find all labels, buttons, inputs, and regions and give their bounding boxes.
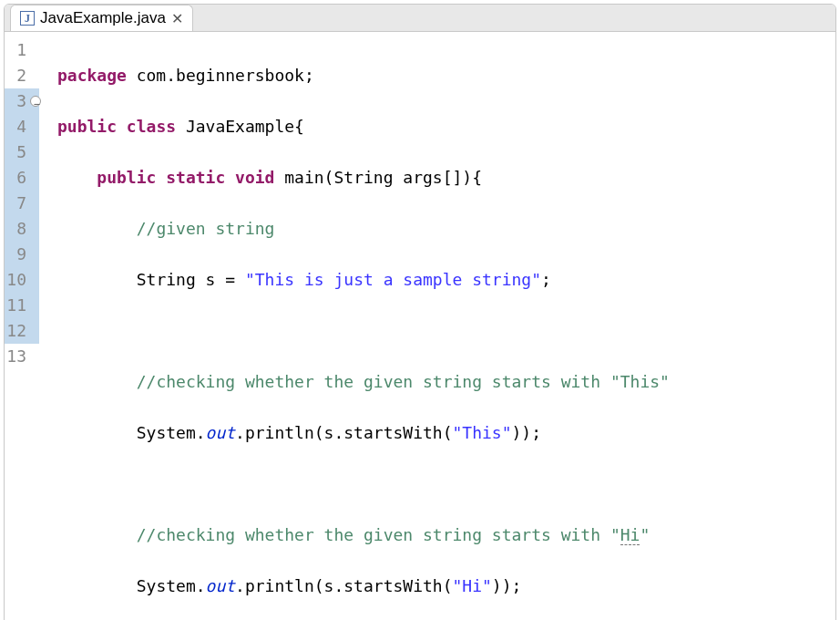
editor-tab-bar: J JavaExample.java ✕	[5, 5, 835, 32]
editor-tab-javaexample[interactable]: J JavaExample.java ✕	[10, 5, 193, 31]
editor-tab-label: JavaExample.java	[40, 9, 166, 27]
editor-panel: J JavaExample.java ✕ 1 2 3 4 5 6 7 8 9 1…	[4, 4, 836, 620]
line-gutter: 1 2 3 4 5 6 7 8 9 10 11 12 13	[5, 37, 45, 620]
code-content[interactable]: package com.beginnersbook; public class …	[45, 37, 670, 620]
close-icon[interactable]: ✕	[171, 10, 183, 27]
java-file-icon: J	[20, 11, 35, 26]
code-editor[interactable]: 1 2 3 4 5 6 7 8 9 10 11 12 13 package co…	[5, 32, 835, 620]
